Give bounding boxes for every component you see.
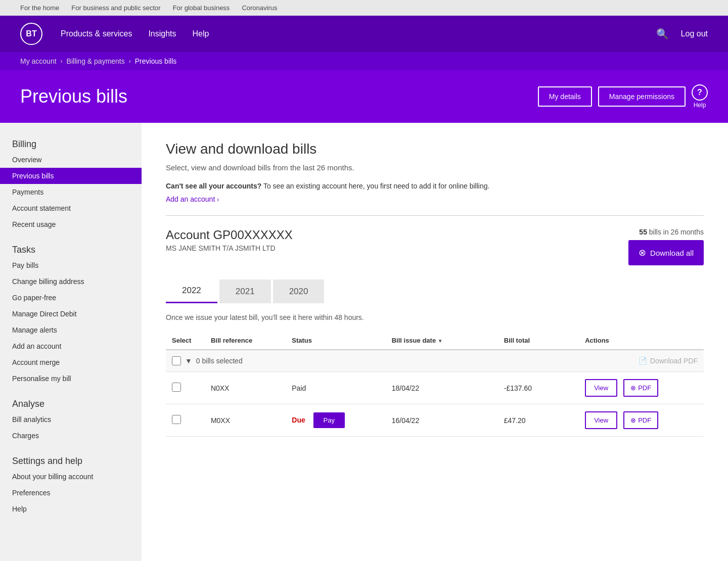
pdf-button-1[interactable]: ⊗ PDF (623, 379, 658, 397)
pdf-button-2[interactable]: ⊗ PDF (623, 411, 658, 429)
bills-count-number: 55 (639, 228, 647, 236)
sidebar-section-analyse: Analyse (0, 395, 142, 411)
tab-2021[interactable]: 2021 (219, 279, 271, 303)
sort-arrow-icon: ▼ (438, 338, 443, 344)
account-person: MS JANE SMITH T/A JSMITH LTD (166, 244, 293, 252)
sidebar-item-manage-direct-debit[interactable]: Manage Direct Debit (0, 306, 142, 322)
selection-row-inner: ▼ 0 bills selected 📄 Download PDF (172, 356, 698, 365)
top-bar-global[interactable]: For global business (173, 4, 230, 12)
download-all-label: Download all (650, 249, 694, 257)
view-button-1[interactable]: View (585, 379, 617, 397)
add-account-link[interactable]: Add an account (166, 195, 215, 203)
breadcrumb-sep-2: › (129, 58, 131, 65)
table-row: M0XX Due Pay 16/04/22 £47.20 View ⊗ PDF (166, 404, 704, 437)
search-button[interactable]: 🔍 (656, 28, 669, 40)
top-bar-home[interactable]: For the home (20, 4, 59, 12)
help-circle[interactable]: ? Help (692, 84, 708, 109)
sidebar-item-help[interactable]: Help (0, 501, 142, 517)
tab-2020[interactable]: 2020 (273, 279, 325, 303)
bill-total-2: £47.20 (498, 404, 579, 437)
page-title: Previous bills (20, 86, 538, 107)
view-button-2[interactable]: View (585, 411, 617, 429)
sidebar-item-change-billing-address[interactable]: Change billing address (0, 273, 142, 290)
download-all-button[interactable]: ⊗ Download all (628, 240, 704, 265)
th-status: Status (286, 332, 385, 350)
pay-button-2[interactable]: Pay (313, 412, 345, 428)
sidebar-item-account-statement[interactable]: Account statement (0, 200, 142, 216)
pdf-label-1: PDF (638, 384, 651, 392)
sidebar-item-preferences[interactable]: Preferences (0, 485, 142, 501)
sidebar-item-manage-alerts[interactable]: Manage alerts (0, 322, 142, 338)
download-pdf-link: 📄 Download PDF (639, 357, 698, 365)
sidebar-item-add-account[interactable]: Add an account (0, 338, 142, 354)
bill-checkbox-2[interactable] (172, 415, 181, 424)
account-info: Account GP00XXXXXX MS JANE SMITH T/A JSM… (166, 228, 293, 252)
table-row: N0XX Paid 18/04/22 -£137.60 View ⊗ PDF (166, 372, 704, 404)
dropdown-arrow-icon[interactable]: ▼ (185, 357, 192, 365)
section-divider (166, 215, 704, 216)
manage-permissions-button[interactable]: Manage permissions (598, 86, 686, 107)
top-bar-covid[interactable]: Coronavirus (242, 4, 277, 12)
bt-logo[interactable]: BT (20, 23, 42, 45)
actions-cell-1: View ⊗ PDF (585, 379, 698, 397)
pdf-icon: 📄 (639, 357, 647, 365)
sidebar-item-payments[interactable]: Payments (0, 184, 142, 200)
top-bar: For the home For business and public sec… (0, 0, 728, 16)
help-label: Help (694, 102, 706, 109)
breadcrumb-current: Previous bills (135, 57, 176, 65)
download-icon: ⊗ (639, 247, 646, 258)
bill-checkbox-cell-1 (166, 372, 205, 404)
tab-2022[interactable]: 2022 (166, 279, 217, 303)
select-all-checkbox[interactable] (172, 356, 181, 365)
sidebar-item-previous-bills[interactable]: Previous bills (0, 168, 142, 184)
sidebar-item-bill-analytics[interactable]: Bill analytics (0, 411, 142, 428)
th-select: Select (166, 332, 205, 350)
sidebar-item-about-billing[interactable]: About your billing account (0, 469, 142, 485)
th-date[interactable]: Bill issue date ▼ (386, 332, 498, 350)
bill-date-2: 16/04/22 (386, 404, 498, 437)
sidebar-item-charges[interactable]: Charges (0, 428, 142, 444)
bill-checkbox-1[interactable] (172, 383, 181, 392)
bill-status-1: Paid (286, 372, 385, 404)
title-actions: My details Manage permissions ? Help (538, 84, 708, 109)
actions-cell-2: View ⊗ PDF (585, 411, 698, 429)
top-bar-business[interactable]: For business and public sector (71, 4, 160, 12)
th-date-label: Bill issue date (392, 337, 436, 344)
sidebar: Billing Overview Previous bills Payments… (0, 123, 142, 561)
bills-count: 55 bills in 26 months (628, 228, 704, 236)
th-actions: Actions (579, 332, 704, 350)
sidebar-item-go-paper-free[interactable]: Go paper-free (0, 290, 142, 306)
sidebar-item-account-merge[interactable]: Account merge (0, 354, 142, 370)
selection-info: ▼ 0 bills selected (172, 356, 243, 365)
bill-reference-2: M0XX (205, 404, 286, 437)
account-meta: 55 bills in 26 months ⊗ Download all (628, 228, 704, 265)
nav-insights[interactable]: Insights (148, 29, 176, 38)
bills-notice: Once we issue your latest bill, you'll s… (166, 313, 704, 321)
cant-see-text: Can't see all your accounts? To see an e… (166, 182, 704, 190)
pdf-icon-1: ⊗ (630, 384, 636, 392)
my-details-button[interactable]: My details (538, 86, 592, 107)
bills-table: Select Bill reference Status Bill issue … (166, 332, 704, 437)
header-actions: 🔍 Log out (656, 28, 708, 40)
bills-selected-label: 0 bills selected (196, 357, 243, 365)
page-title-bar: Previous bills My details Manage permiss… (0, 70, 728, 123)
cant-see-label: Can't see all your accounts? (166, 182, 261, 190)
year-tabs: 2022 2021 2020 (166, 279, 704, 303)
content-title: View and download bills (166, 141, 704, 157)
account-name: Account GP00XXXXXX (166, 228, 293, 242)
sidebar-item-recent-usage[interactable]: Recent usage (0, 216, 142, 232)
bills-count-label: bills in 26 months (649, 228, 704, 236)
nav-help[interactable]: Help (193, 29, 209, 38)
breadcrumb-myaccount[interactable]: My account (20, 57, 57, 65)
sidebar-item-overview[interactable]: Overview (0, 152, 142, 168)
logout-button[interactable]: Log out (681, 29, 708, 38)
breadcrumb-billing[interactable]: Billing & payments (67, 57, 125, 65)
main-nav: Products & services Insights Help (61, 29, 656, 38)
bill-status-due: Due (292, 416, 305, 424)
sidebar-item-personalise-bill[interactable]: Personalise my bill (0, 370, 142, 387)
cant-see-detail: To see an existing account here, you fir… (263, 182, 490, 190)
bill-reference-1: N0XX (205, 372, 286, 404)
sidebar-section-tasks: Tasks (0, 241, 142, 257)
sidebar-item-pay-bills[interactable]: Pay bills (0, 257, 142, 273)
nav-products[interactable]: Products & services (61, 29, 132, 38)
